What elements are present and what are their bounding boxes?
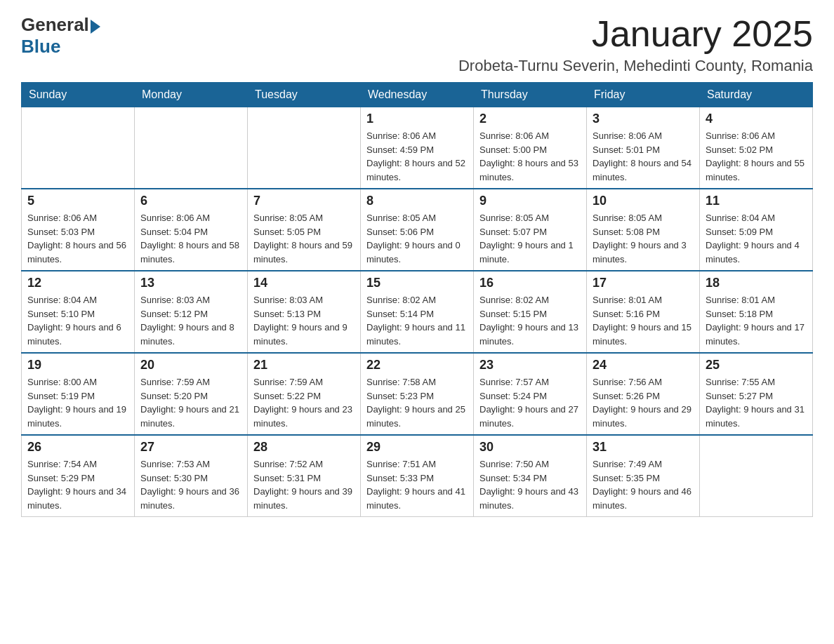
table-row [22,107,135,189]
table-row: 10Sunrise: 8:05 AMSunset: 5:08 PMDayligh… [587,189,700,271]
day-info: Sunrise: 8:02 AMSunset: 5:14 PMDaylight:… [366,293,468,348]
table-row: 30Sunrise: 7:50 AMSunset: 5:34 PMDayligh… [474,435,587,517]
header-tuesday: Tuesday [248,83,361,107]
day-info: Sunrise: 8:03 AMSunset: 5:12 PMDaylight:… [140,293,241,348]
header-wednesday: Wednesday [361,83,474,107]
day-number: 6 [140,194,241,208]
header-saturday: Saturday [700,83,813,107]
table-row: 8Sunrise: 8:05 AMSunset: 5:06 PMDaylight… [361,189,474,271]
day-number: 15 [366,276,468,290]
header-friday: Friday [587,83,700,107]
day-number: 7 [253,194,355,208]
table-row: 7Sunrise: 8:05 AMSunset: 5:05 PMDaylight… [248,189,361,271]
day-info: Sunrise: 8:00 AMSunset: 5:19 PMDaylight:… [27,375,128,430]
day-number: 18 [706,276,807,290]
day-number: 14 [253,276,355,290]
calendar-week-row: 26Sunrise: 7:54 AMSunset: 5:29 PMDayligh… [22,435,813,517]
day-info: Sunrise: 7:53 AMSunset: 5:30 PMDaylight:… [140,457,241,512]
day-info: Sunrise: 7:57 AMSunset: 5:24 PMDaylight:… [479,375,581,430]
header-thursday: Thursday [474,83,587,107]
table-row: 28Sunrise: 7:52 AMSunset: 5:31 PMDayligh… [248,435,361,517]
day-number: 30 [479,440,581,455]
calendar-table: Sunday Monday Tuesday Wednesday Thursday… [21,82,813,517]
table-row: 25Sunrise: 7:55 AMSunset: 5:27 PMDayligh… [700,353,813,435]
table-row: 24Sunrise: 7:56 AMSunset: 5:26 PMDayligh… [587,353,700,435]
calendar-week-row: 5Sunrise: 8:06 AMSunset: 5:03 PMDaylight… [22,189,813,271]
day-number: 20 [140,358,241,373]
day-info: Sunrise: 7:51 AMSunset: 5:33 PMDaylight:… [366,457,468,512]
day-info: Sunrise: 8:02 AMSunset: 5:15 PMDaylight:… [479,293,581,348]
day-number: 27 [140,440,241,455]
day-info: Sunrise: 8:06 AMSunset: 5:01 PMDaylight:… [593,129,694,184]
day-info: Sunrise: 7:59 AMSunset: 5:20 PMDaylight:… [140,375,241,430]
table-row: 5Sunrise: 8:06 AMSunset: 5:03 PMDaylight… [22,189,135,271]
day-info: Sunrise: 7:49 AMSunset: 5:35 PMDaylight:… [593,457,694,512]
calendar-week-row: 12Sunrise: 8:04 AMSunset: 5:10 PMDayligh… [22,271,813,353]
day-number: 12 [27,276,128,290]
day-info: Sunrise: 8:05 AMSunset: 5:08 PMDaylight:… [593,211,694,266]
table-row: 27Sunrise: 7:53 AMSunset: 5:30 PMDayligh… [135,435,248,517]
table-row: 14Sunrise: 8:03 AMSunset: 5:13 PMDayligh… [248,271,361,353]
day-number: 9 [479,194,581,208]
day-info: Sunrise: 8:06 AMSunset: 5:02 PMDaylight:… [706,129,807,184]
table-row: 1Sunrise: 8:06 AMSunset: 4:59 PMDaylight… [361,107,474,189]
day-number: 21 [253,358,355,373]
table-row: 18Sunrise: 8:01 AMSunset: 5:18 PMDayligh… [700,271,813,353]
logo-arrow-icon [91,20,100,34]
day-number: 31 [593,440,694,455]
day-number: 24 [593,358,694,373]
day-info: Sunrise: 7:59 AMSunset: 5:22 PMDaylight:… [253,375,355,430]
table-row [248,107,361,189]
table-row: 15Sunrise: 8:02 AMSunset: 5:14 PMDayligh… [361,271,474,353]
table-row: 4Sunrise: 8:06 AMSunset: 5:02 PMDaylight… [700,107,813,189]
day-number: 8 [366,194,468,208]
logo: General Blue [21,14,100,58]
day-number: 2 [479,112,581,126]
day-number: 16 [479,276,581,290]
table-row: 23Sunrise: 7:57 AMSunset: 5:24 PMDayligh… [474,353,587,435]
day-number: 23 [479,358,581,373]
day-info: Sunrise: 7:54 AMSunset: 5:29 PMDaylight:… [27,457,128,512]
table-row [700,435,813,517]
day-number: 11 [706,194,807,208]
location-subtitle: Drobeta-Turnu Severin, Mehedinti County,… [458,57,813,75]
day-info: Sunrise: 8:05 AMSunset: 5:05 PMDaylight:… [253,211,355,266]
logo-blue-text: Blue [21,36,60,58]
day-info: Sunrise: 8:05 AMSunset: 5:07 PMDaylight:… [479,211,581,266]
day-info: Sunrise: 8:06 AMSunset: 5:04 PMDaylight:… [140,211,241,266]
day-info: Sunrise: 7:56 AMSunset: 5:26 PMDaylight:… [593,375,694,430]
table-row: 2Sunrise: 8:06 AMSunset: 5:00 PMDaylight… [474,107,587,189]
day-number: 25 [706,358,807,373]
page-header: General Blue January 2025 Drobeta-Turnu … [21,14,813,75]
day-number: 13 [140,276,241,290]
table-row: 31Sunrise: 7:49 AMSunset: 5:35 PMDayligh… [587,435,700,517]
table-row: 22Sunrise: 7:58 AMSunset: 5:23 PMDayligh… [361,353,474,435]
day-info: Sunrise: 8:06 AMSunset: 4:59 PMDaylight:… [366,129,468,184]
day-info: Sunrise: 8:03 AMSunset: 5:13 PMDaylight:… [253,293,355,348]
table-row: 12Sunrise: 8:04 AMSunset: 5:10 PMDayligh… [22,271,135,353]
table-row: 9Sunrise: 8:05 AMSunset: 5:07 PMDaylight… [474,189,587,271]
day-number: 19 [27,358,128,373]
day-info: Sunrise: 8:06 AMSunset: 5:03 PMDaylight:… [27,211,128,266]
day-info: Sunrise: 7:55 AMSunset: 5:27 PMDaylight:… [706,375,807,430]
day-info: Sunrise: 7:52 AMSunset: 5:31 PMDaylight:… [253,457,355,512]
day-info: Sunrise: 7:58 AMSunset: 5:23 PMDaylight:… [366,375,468,430]
day-info: Sunrise: 8:04 AMSunset: 5:10 PMDaylight:… [27,293,128,348]
month-title: January 2025 [458,14,813,54]
day-number: 28 [253,440,355,455]
day-info: Sunrise: 8:01 AMSunset: 5:16 PMDaylight:… [593,293,694,348]
calendar-header-row: Sunday Monday Tuesday Wednesday Thursday… [22,83,813,107]
table-row: 29Sunrise: 7:51 AMSunset: 5:33 PMDayligh… [361,435,474,517]
table-row: 19Sunrise: 8:00 AMSunset: 5:19 PMDayligh… [22,353,135,435]
table-row: 13Sunrise: 8:03 AMSunset: 5:12 PMDayligh… [135,271,248,353]
day-number: 1 [366,112,468,126]
title-section: January 2025 Drobeta-Turnu Severin, Mehe… [458,14,813,75]
table-row: 20Sunrise: 7:59 AMSunset: 5:20 PMDayligh… [135,353,248,435]
day-number: 17 [593,276,694,290]
day-number: 22 [366,358,468,373]
header-sunday: Sunday [22,83,135,107]
calendar-week-row: 1Sunrise: 8:06 AMSunset: 4:59 PMDaylight… [22,107,813,189]
table-row: 6Sunrise: 8:06 AMSunset: 5:04 PMDaylight… [135,189,248,271]
header-monday: Monday [135,83,248,107]
day-number: 26 [27,440,128,455]
